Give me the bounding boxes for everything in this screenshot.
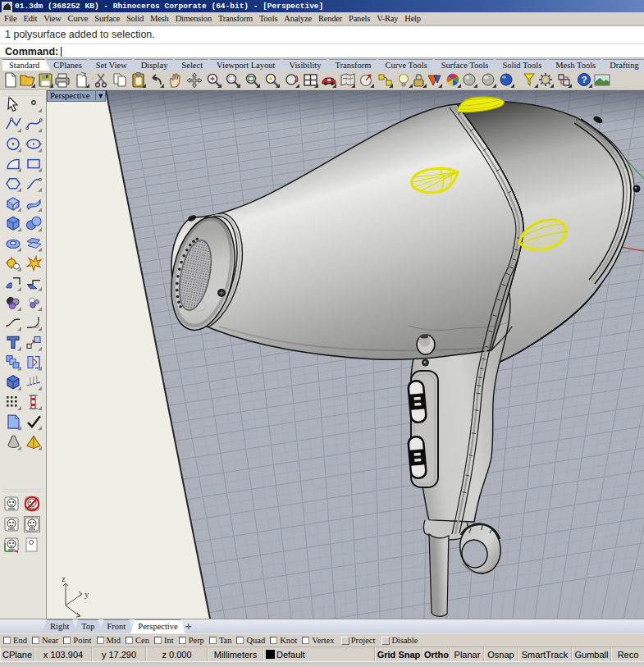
svg-text:y: y <box>84 589 89 599</box>
svg-text:x: x <box>83 617 88 619</box>
svg-text:z: z <box>62 573 66 583</box>
svg-text:?: ? <box>582 75 587 85</box>
